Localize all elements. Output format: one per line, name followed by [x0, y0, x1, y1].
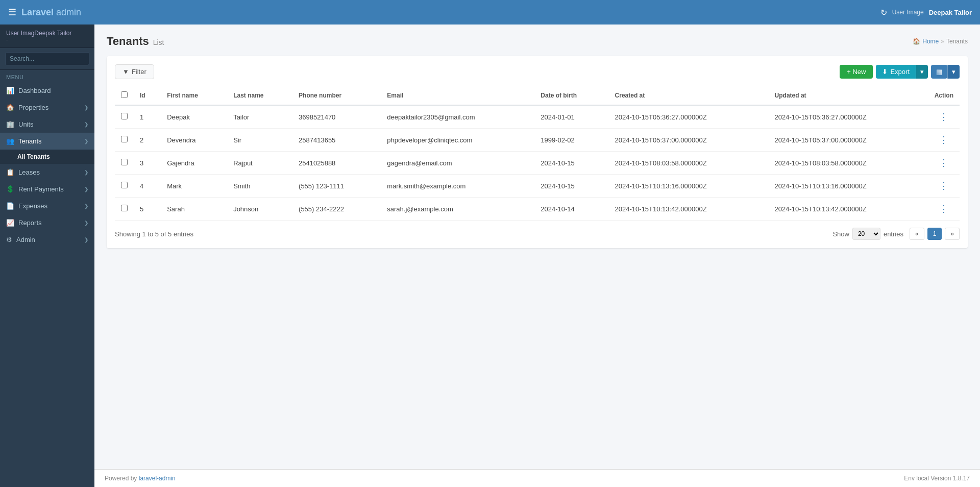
main-content: Tenants List 🏠 Home » Tenants ▼ Filter [94, 25, 980, 487]
sidebar-sub-item-all-tenants[interactable]: All Tenants [0, 150, 94, 164]
chevron-down-icon: ❯ [84, 121, 88, 127]
col-action: Action [928, 86, 960, 105]
new-button[interactable]: + New [840, 65, 873, 79]
sidebar-item-properties[interactable]: 🏠 Properties ❯ [0, 99, 94, 116]
export-button[interactable]: ⬇ Export [876, 65, 916, 79]
sidebar-item-expenses[interactable]: 📄 Expenses ❯ [0, 198, 94, 214]
row-action-button[interactable]: ⋮ [936, 179, 951, 192]
filter-button[interactable]: ▼ Filter [115, 64, 154, 79]
cell-created-at: 2024-10-15T05:37:00.000000Z [609, 129, 769, 152]
navbar: ☰ Laravel admin ↻ User Image Deepak Tail… [0, 0, 980, 25]
table-row: 2 Devendra Sir 2587413655 phpdeveloper@c… [115, 129, 960, 152]
reports-icon: 📈 [6, 219, 14, 227]
cell-created-at: 2024-10-15T10:13:16.000000Z [609, 175, 769, 198]
pagination: « 1 » [910, 228, 960, 240]
table-row: 1 Deepak Tailor 3698521470 deepaktailor2… [115, 105, 960, 129]
col-created-at: Created at [609, 86, 769, 105]
sidebar-item-units[interactable]: 🏢 Units ❯ [0, 116, 94, 133]
col-first-name: First name [161, 86, 227, 105]
next-page-button[interactable]: » [945, 228, 960, 240]
row-checkbox[interactable] [121, 182, 128, 188]
row-checkbox[interactable] [121, 113, 128, 119]
sidebar-item-leases[interactable]: 📋 Leases ❯ [0, 164, 94, 181]
cell-email: phpdeveloper@cliniqtec.com [381, 129, 534, 152]
refresh-icon[interactable]: ↻ [880, 8, 887, 17]
properties-icon: 🏠 [6, 104, 14, 111]
sidebar-item-label: Dashboard [18, 87, 51, 94]
cell-phone-number: (555) 234-2222 [292, 198, 381, 221]
prev-page-button[interactable]: « [910, 228, 924, 240]
table-row: 5 Sarah Johnson (555) 234-2222 sarah.j@e… [115, 198, 960, 221]
cell-first-name: Sarah [161, 198, 227, 221]
grid-caret-icon: ▾ [952, 68, 955, 76]
breadcrumb-home-link[interactable]: Home [922, 38, 939, 45]
row-checkbox[interactable] [121, 205, 128, 211]
breadcrumb: 🏠 Home » Tenants [913, 38, 968, 45]
cell-date-of-birth: 2024-01-01 [534, 105, 608, 129]
cell-last-name: Tailor [227, 105, 292, 129]
table-row: 3 Gajendra Rajput 2541025888 gagendra@em… [115, 152, 960, 175]
sidebar-item-dashboard[interactable]: 📊 Dashboard [0, 82, 94, 99]
navbar-right: ↻ User Image Deepak Tailor [880, 8, 972, 17]
cell-last-name: Rajput [227, 152, 292, 175]
cell-created-at: 2024-10-15T10:13:42.000000Z [609, 198, 769, 221]
row-action-button[interactable]: ⋮ [936, 133, 951, 147]
sidebar-search-container [0, 48, 94, 70]
chevron-down-icon: ❯ [84, 169, 88, 175]
units-icon: 🏢 [6, 120, 14, 128]
cell-phone-number: 3698521470 [292, 105, 381, 129]
sidebar-item-label: Tenants [18, 137, 42, 145]
page-title: Tenants [107, 35, 149, 48]
sidebar-item-label: Leases [18, 168, 40, 176]
grid-icon: ▦ [936, 68, 942, 76]
cell-email: deepaktailor2305@gmail.com [381, 105, 534, 129]
cell-last-name: Johnson [227, 198, 292, 221]
row-action-button[interactable]: ⋮ [936, 110, 951, 124]
page-header: Tenants List 🏠 Home » Tenants [107, 35, 968, 48]
grid-view-button[interactable]: ▦ [931, 65, 947, 79]
cell-email: mark.smith@example.com [381, 175, 534, 198]
sidebar-item-label: Admin [16, 236, 35, 243]
sidebar-item-rent-payments[interactable]: 💲 Rent Payments ❯ [0, 181, 94, 198]
col-phone-number: Phone number [292, 86, 381, 105]
row-action-button[interactable]: ⋮ [936, 202, 951, 215]
leases-icon: 📋 [6, 168, 14, 176]
sidebar-item-admin[interactable]: ⚙ Admin ❯ [0, 231, 94, 248]
chevron-down-icon: ❯ [84, 203, 88, 209]
chevron-down-icon: ❯ [84, 138, 88, 144]
search-input[interactable] [5, 52, 89, 65]
cell-first-name: Mark [161, 175, 227, 198]
footer-meta: Env local Version 1.8.17 [904, 475, 970, 482]
row-checkbox[interactable] [121, 159, 128, 165]
cell-phone-number: 2587413655 [292, 129, 381, 152]
row-checkbox[interactable] [121, 136, 128, 142]
grid-split-button: ▦ ▾ [931, 65, 960, 79]
cell-created-at: 2024-10-15T08:03:58.000000Z [609, 152, 769, 175]
cell-email: gagendra@email.com [381, 152, 534, 175]
col-email: Email [381, 86, 534, 105]
breadcrumb-home-icon: 🏠 [913, 38, 920, 45]
sidebar-sub-label: All Tenants [17, 153, 50, 160]
cell-updated-at: 2024-10-15T10:13:42.000000Z [769, 198, 928, 221]
sidebar-item-label: Reports [18, 219, 42, 227]
filter-icon: ▼ [122, 68, 129, 76]
per-page-select[interactable]: 102050100 [852, 228, 880, 240]
sidebar-item-reports[interactable]: 📈 Reports ❯ [0, 214, 94, 231]
row-action-button[interactable]: ⋮ [936, 156, 951, 169]
admin-icon: ⚙ [6, 236, 12, 243]
cell-phone-number: 2541025888 [292, 152, 381, 175]
grid-caret-button[interactable]: ▾ [947, 65, 960, 79]
navbar-user-label: User Image [892, 9, 924, 16]
export-caret-button[interactable]: ▾ [916, 65, 928, 79]
hamburger-icon[interactable]: ☰ [8, 7, 16, 18]
cell-updated-at: 2024-10-15T10:13:16.000000Z [769, 175, 928, 198]
sidebar-item-tenants[interactable]: 👥 Tenants ❯ [0, 133, 94, 150]
dashboard-icon: 📊 [6, 87, 14, 94]
cell-created-at: 2024-10-15T05:36:27.000000Z [609, 105, 769, 129]
footer-link[interactable]: laravel-admin [139, 475, 176, 482]
cell-last-name: Sir [227, 129, 292, 152]
col-date-of-birth: Date of birth [534, 86, 608, 105]
select-all-checkbox[interactable] [121, 91, 128, 98]
cell-date-of-birth: 2024-10-15 [534, 175, 608, 198]
page-1-button[interactable]: 1 [927, 228, 942, 240]
